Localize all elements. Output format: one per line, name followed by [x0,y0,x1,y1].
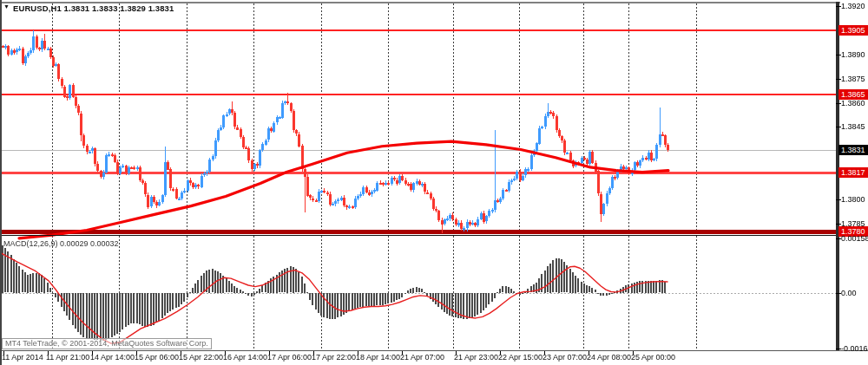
chart-canvas[interactable] [0,0,868,365]
mt4-chart-window: ▼ EURUSD,H1 1.3831 1.3833 1.3829 1.3831 … [0,0,868,365]
symbol-dropdown-icon[interactable]: ▼ [3,3,10,10]
